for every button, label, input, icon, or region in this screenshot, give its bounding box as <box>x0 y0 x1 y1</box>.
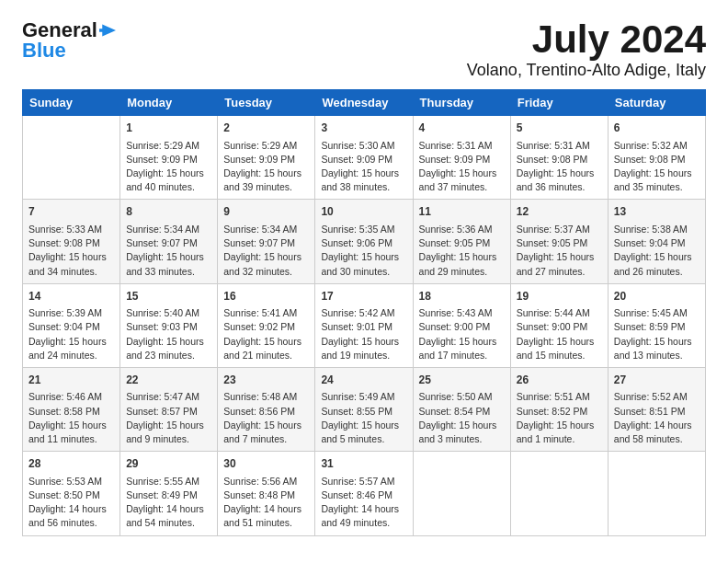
day-info-line: Sunset: 9:02 PM <box>223 320 309 334</box>
calendar-cell: 9Sunrise: 5:34 AMSunset: 9:07 PMDaylight… <box>218 200 315 283</box>
day-info-line: Sunrise: 5:31 AM <box>419 139 505 153</box>
header-wednesday: Wednesday <box>315 90 413 116</box>
day-info-line: Sunset: 9:09 PM <box>321 153 406 167</box>
day-info: Sunrise: 5:34 AMSunset: 9:07 PMDaylight:… <box>126 223 211 279</box>
calendar-cell: 10Sunrise: 5:35 AMSunset: 9:06 PMDayligh… <box>315 200 413 283</box>
day-info-line: Sunset: 9:04 PM <box>614 236 700 250</box>
day-info-line: Sunset: 9:01 PM <box>321 320 406 334</box>
day-number: 4 <box>419 121 505 136</box>
day-info-line: and 38 minutes. <box>321 180 406 194</box>
calendar-cell: 21Sunrise: 5:46 AMSunset: 8:58 PMDayligh… <box>23 367 120 451</box>
day-info-line: Sunset: 9:06 PM <box>321 236 406 250</box>
logo-blue: Blue <box>22 39 66 63</box>
calendar-cell: 22Sunrise: 5:47 AMSunset: 8:57 PMDayligh… <box>120 367 218 451</box>
calendar-cell: 27Sunrise: 5:52 AMSunset: 8:51 PMDayligh… <box>608 367 705 451</box>
day-info-line: Sunset: 9:07 PM <box>223 236 309 250</box>
calendar-cell: 28Sunrise: 5:53 AMSunset: 8:50 PMDayligh… <box>23 452 120 535</box>
day-info: Sunrise: 5:45 AMSunset: 8:59 PMDaylight:… <box>614 306 700 362</box>
day-info-line: Daylight: 15 hours <box>28 335 114 349</box>
day-info-line: and 9 minutes. <box>126 432 211 446</box>
day-number: 21 <box>28 373 114 388</box>
day-info: Sunrise: 5:40 AMSunset: 9:03 PMDaylight:… <box>126 306 211 362</box>
day-info-line: Sunset: 9:05 PM <box>419 236 505 250</box>
day-info-line: Sunrise: 5:45 AM <box>614 306 700 320</box>
day-info: Sunrise: 5:52 AMSunset: 8:51 PMDaylight:… <box>614 390 700 446</box>
day-info-line: and 35 minutes. <box>614 180 700 194</box>
day-info-line: Daylight: 15 hours <box>126 419 211 432</box>
calendar-cell: 30Sunrise: 5:56 AMSunset: 8:48 PMDayligh… <box>218 452 315 535</box>
calendar-cell: 25Sunrise: 5:50 AMSunset: 8:54 PMDayligh… <box>413 367 510 451</box>
day-info-line: and 17 minutes. <box>419 349 505 362</box>
day-info-line: Sunrise: 5:41 AM <box>223 306 309 320</box>
day-info-line: Sunset: 8:59 PM <box>614 320 700 334</box>
day-info-line: Daylight: 15 hours <box>321 335 406 349</box>
day-info: Sunrise: 5:37 AMSunset: 9:05 PMDaylight:… <box>517 223 602 279</box>
day-number: 22 <box>126 373 211 388</box>
day-info-line: Sunset: 9:09 PM <box>419 153 505 167</box>
day-info-line: Sunset: 9:07 PM <box>126 236 211 250</box>
calendar-cell: 29Sunrise: 5:55 AMSunset: 8:49 PMDayligh… <box>120 452 218 535</box>
day-info-line: Daylight: 15 hours <box>223 167 309 180</box>
day-number: 11 <box>419 204 505 220</box>
day-info-line: Sunrise: 5:51 AM <box>517 390 602 404</box>
day-number: 3 <box>321 121 406 136</box>
day-info-line: and 30 minutes. <box>321 265 406 279</box>
day-info: Sunrise: 5:29 AMSunset: 9:09 PMDaylight:… <box>223 139 309 195</box>
day-info-line: Sunset: 9:08 PM <box>28 236 114 250</box>
day-info-line: Daylight: 15 hours <box>321 250 406 264</box>
header-monday: Monday <box>120 90 218 116</box>
day-number: 25 <box>419 373 505 388</box>
day-info-line: Sunrise: 5:55 AM <box>126 475 211 488</box>
day-info: Sunrise: 5:51 AMSunset: 8:52 PMDaylight:… <box>517 390 602 446</box>
calendar-cell: 4Sunrise: 5:31 AMSunset: 9:09 PMDaylight… <box>413 116 510 200</box>
day-info-line: and 58 minutes. <box>614 432 700 446</box>
day-info-line: Daylight: 15 hours <box>223 335 309 349</box>
day-info: Sunrise: 5:31 AMSunset: 9:08 PMDaylight:… <box>517 139 602 195</box>
day-info-line: and 26 minutes. <box>614 265 700 279</box>
day-info-line: and 29 minutes. <box>419 265 505 279</box>
day-number: 9 <box>223 204 309 220</box>
day-info-line: Sunset: 8:57 PM <box>126 405 211 419</box>
day-info: Sunrise: 5:57 AMSunset: 8:46 PMDaylight:… <box>321 475 406 531</box>
day-number: 7 <box>28 204 114 220</box>
logo-arrow-icon <box>99 24 116 37</box>
day-info: Sunrise: 5:30 AMSunset: 9:09 PMDaylight:… <box>321 139 406 195</box>
day-info-line: Daylight: 15 hours <box>28 250 114 264</box>
day-info-line: Sunrise: 5:32 AM <box>614 139 700 153</box>
calendar-cell: 31Sunrise: 5:57 AMSunset: 8:46 PMDayligh… <box>315 452 413 535</box>
day-number: 6 <box>614 121 700 136</box>
calendar-cell: 3Sunrise: 5:30 AMSunset: 9:09 PMDaylight… <box>315 116 413 200</box>
day-info-line: Sunset: 9:05 PM <box>517 236 602 250</box>
day-info-line: Sunrise: 5:57 AM <box>321 475 406 488</box>
calendar-cell: 11Sunrise: 5:36 AMSunset: 9:05 PMDayligh… <box>413 200 510 283</box>
day-info-line: Daylight: 14 hours <box>614 419 700 432</box>
day-info-line: Sunset: 9:00 PM <box>517 320 602 334</box>
calendar-cell: 16Sunrise: 5:41 AMSunset: 9:02 PMDayligh… <box>218 283 315 367</box>
calendar-cell: 20Sunrise: 5:45 AMSunset: 8:59 PMDayligh… <box>608 283 705 367</box>
day-info-line: Daylight: 15 hours <box>126 167 211 180</box>
day-info-line: Daylight: 15 hours <box>28 419 114 432</box>
day-number: 17 <box>321 289 406 304</box>
day-info: Sunrise: 5:49 AMSunset: 8:55 PMDaylight:… <box>321 390 406 446</box>
day-info-line: and 37 minutes. <box>419 180 505 194</box>
calendar-cell: 2Sunrise: 5:29 AMSunset: 9:09 PMDaylight… <box>218 116 315 200</box>
day-info-line: Daylight: 15 hours <box>223 250 309 264</box>
day-info-line: Sunrise: 5:34 AM <box>126 223 211 236</box>
day-info: Sunrise: 5:48 AMSunset: 8:56 PMDaylight:… <box>223 390 309 446</box>
day-info-line: and 33 minutes. <box>126 265 211 279</box>
day-info-line: Daylight: 15 hours <box>517 419 602 432</box>
day-info-line: Sunset: 8:48 PM <box>223 488 309 502</box>
day-info-line: and 23 minutes. <box>126 349 211 362</box>
day-info-line: Sunrise: 5:40 AM <box>126 306 211 320</box>
calendar-header-row: SundayMondayTuesdayWednesdayThursdayFrid… <box>23 90 706 116</box>
day-info-line: and 39 minutes. <box>223 180 309 194</box>
calendar-cell <box>413 452 510 535</box>
day-info-line: Daylight: 15 hours <box>614 167 700 180</box>
day-info: Sunrise: 5:55 AMSunset: 8:49 PMDaylight:… <box>126 475 211 531</box>
day-info-line: Sunset: 8:54 PM <box>419 405 505 419</box>
day-info-line: Daylight: 15 hours <box>614 250 700 264</box>
calendar-cell: 17Sunrise: 5:42 AMSunset: 9:01 PMDayligh… <box>315 283 413 367</box>
day-info-line: Sunrise: 5:49 AM <box>321 390 406 404</box>
day-info-line: Sunrise: 5:36 AM <box>419 223 505 236</box>
calendar-cell: 15Sunrise: 5:40 AMSunset: 9:03 PMDayligh… <box>120 283 218 367</box>
